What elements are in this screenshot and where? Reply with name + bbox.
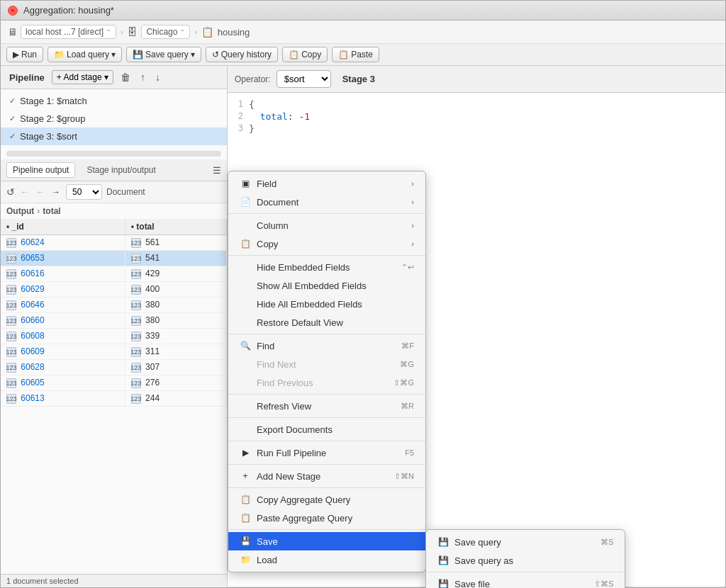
menu-item-hide-embedded[interactable]: Hide Embedded Fields ⌃↩	[228, 258, 425, 276]
submenu-save-query-as[interactable]: 💾 Save query as	[426, 551, 625, 570]
menu-sep-6	[228, 441, 425, 441]
menu-item-paste-agg[interactable]: 📋 Paste Aggregate Query	[228, 509, 425, 527]
save-query-shortcut: ⌘S	[601, 538, 613, 547]
menu-label-hide-all: Hide All Embedded Fields	[257, 299, 362, 310]
export-icon	[240, 424, 251, 435]
refresh-shortcut: ⌘R	[401, 402, 414, 411]
refresh-menu-icon	[240, 400, 251, 412]
menu-sep-9	[228, 529, 425, 530]
document-icon: 📄	[240, 196, 251, 208]
menu-item-show-all[interactable]: Show All Embedded Fields	[228, 276, 425, 295]
find-next-shortcut: ⌘G	[400, 360, 414, 369]
submenu-label-save-query-as: Save query as	[454, 555, 513, 566]
menu-label-load: Load	[257, 555, 277, 565]
menu-sep-8	[228, 487, 425, 488]
field-icon: ▣	[240, 178, 251, 189]
menu-label-hide-embedded: Hide Embedded Fields	[257, 262, 350, 273]
hide-embedded-shortcut: ⌃↩	[401, 263, 414, 272]
hide-all-icon	[240, 298, 251, 310]
menu-label-run-pipeline: Run Full Pipeline	[257, 448, 326, 458]
menu-label-find-prev: Find Previous	[257, 378, 313, 388]
menu-item-load[interactable]: 📁 Load	[228, 550, 425, 569]
menu-item-restore[interactable]: Restore Default View	[228, 313, 425, 332]
menu-sep-5	[228, 417, 425, 418]
context-menu: ▣ Field › 📄 Document › Column › 📋 Copy	[228, 171, 426, 572]
restore-icon	[240, 317, 251, 328]
menu-sep-1	[228, 213, 425, 214]
menu-label-show-all: Show All Embedded Fields	[257, 281, 367, 291]
menu-item-find[interactable]: 🔍 Find ⌘F	[228, 337, 425, 355]
load-icon: 📁	[240, 554, 251, 565]
save-menu-icon: 💾	[240, 536, 251, 547]
menu-label-document: Document	[257, 197, 298, 208]
menu-item-document[interactable]: 📄 Document ›	[228, 193, 425, 211]
hide-embedded-icon	[240, 261, 251, 273]
submenu-label-save-file: Save file	[454, 579, 490, 589]
submenu-save-file[interactable]: 💾 Save file ⇧⌘S	[426, 575, 625, 588]
show-all-icon	[240, 280, 251, 291]
save-file-icon: 💾	[437, 578, 449, 588]
submenu-arrow-column: ›	[411, 221, 414, 230]
menu-item-copy-agg[interactable]: 📋 Copy Aggregate Query	[228, 490, 425, 509]
submenu-arrow-save: ›	[411, 537, 414, 545]
add-stage-menu-icon: +	[240, 470, 251, 482]
menu-label-copy: Copy	[257, 239, 278, 249]
menu-item-copy[interactable]: 📋 Copy ›	[228, 234, 425, 253]
menu-label-add-stage: Add New Stage	[257, 471, 320, 482]
submenu-label-save-query: Save query	[454, 537, 501, 548]
column-icon	[240, 220, 251, 231]
menu-label-column: Column	[257, 220, 289, 231]
menu-item-find-next: Find Next ⌘G	[228, 355, 425, 373]
menu-label-field: Field	[257, 179, 277, 189]
menu-item-field[interactable]: ▣ Field ›	[228, 174, 425, 193]
menu-item-find-prev: Find Previous ⇧⌘G	[228, 373, 425, 392]
menu-sep-4	[228, 394, 425, 395]
menu-label-save: Save	[257, 536, 278, 547]
menu-item-run-pipeline[interactable]: ▶ Run Full Pipeline F5	[228, 443, 425, 462]
menu-item-save[interactable]: 💾 Save › 💾 Save query ⌘S 💾 Save query as	[228, 532, 425, 550]
submenu-save-query[interactable]: 💾 Save query ⌘S	[426, 533, 625, 551]
find-prev-shortcut: ⇧⌘G	[393, 378, 414, 388]
menu-label-refresh: Refresh View	[257, 401, 311, 412]
menu-item-add-stage[interactable]: + Add New Stage ⇧⌘N	[228, 467, 425, 485]
find-prev-icon	[240, 377, 251, 388]
menu-label-restore: Restore Default View	[257, 317, 343, 328]
menu-label-copy-agg: Copy Aggregate Query	[257, 494, 350, 505]
menu-label-find: Find	[257, 341, 274, 351]
save-file-shortcut: ⇧⌘S	[594, 579, 613, 589]
copy-agg-icon: 📋	[240, 494, 251, 505]
submenu-arrow-copy: ›	[411, 239, 414, 248]
menu-item-column[interactable]: Column ›	[228, 216, 425, 234]
add-stage-shortcut: ⇧⌘N	[394, 472, 414, 481]
find-icon: 🔍	[240, 340, 251, 351]
find-shortcut: ⌘F	[401, 341, 414, 351]
save-query-icon: 💾	[437, 536, 449, 548]
menu-item-export[interactable]: Export Documents	[228, 420, 425, 439]
paste-agg-icon: 📋	[240, 512, 251, 524]
submenu-sep-1	[426, 572, 625, 572]
run-pipeline-shortcut: F5	[405, 448, 414, 457]
menu-item-hide-all[interactable]: Hide All Embedded Fields	[228, 295, 425, 313]
submenu-arrow-field: ›	[411, 179, 414, 188]
menu-label-paste-agg: Paste Aggregate Query	[257, 513, 352, 524]
find-next-icon	[240, 358, 251, 370]
submenu-arrow-document: ›	[411, 198, 414, 206]
copy-menu-icon: 📋	[240, 238, 251, 249]
menu-item-refresh[interactable]: Refresh View ⌘R	[228, 397, 425, 415]
menu-sep-2	[228, 255, 425, 256]
run-pipeline-icon: ▶	[240, 447, 251, 458]
menu-label-export: Export Documents	[257, 424, 333, 435]
save-query-as-icon: 💾	[437, 555, 449, 566]
save-submenu: 💾 Save query ⌘S 💾 Save query as 💾 Save	[425, 529, 625, 588]
menu-sep-7	[228, 464, 425, 465]
menu-sep-3	[228, 334, 425, 334]
menu-label-find-next: Find Next	[257, 359, 296, 370]
